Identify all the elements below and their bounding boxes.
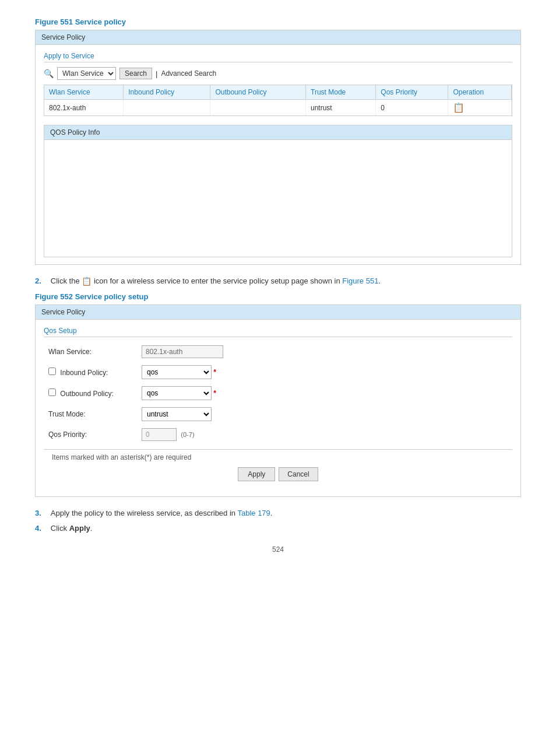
qos-policy-info-panel: QOS Policy Info [44, 125, 512, 257]
edit-icon[interactable]: 📋 [453, 103, 464, 113]
cell-outbound-policy [210, 100, 306, 116]
inbound-policy-value-cell: qos * [137, 362, 512, 383]
outbound-policy-row: Outbound Policy: qos * [44, 383, 512, 404]
step4-text: Click Apply. [51, 523, 93, 534]
inbound-policy-row: Inbound Policy: qos * [44, 362, 512, 383]
cell-inbound-policy [124, 100, 210, 116]
outbound-required-star: * [213, 389, 216, 397]
trust-mode-label: Trust Mode: [44, 404, 137, 425]
step3-container: 3. Apply the policy to the wireless serv… [35, 508, 521, 519]
qos-panel-body [44, 140, 512, 257]
qos-panel-header: QOS Policy Info [44, 125, 512, 140]
outbound-policy-value-cell: qos * [137, 383, 512, 404]
cell-qos-priority: 0 [376, 100, 448, 116]
wlan-service-select[interactable]: Wlan Service [57, 67, 116, 80]
step2-text: Click the 📋 icon for a wireless service … [51, 275, 381, 288]
table-row: 802.1x-auth untrust 0 📋 [44, 100, 512, 116]
figure551-link[interactable]: Figure 551 [342, 276, 378, 285]
search-button[interactable]: Search [119, 68, 152, 79]
inbound-required-star: * [213, 368, 216, 376]
outbound-policy-label-cell: Outbound Policy: [44, 383, 137, 404]
col-wlan-service: Wlan Service [44, 85, 124, 100]
figure552-panel: Service Policy Qos Setup Wlan Service: I… [35, 304, 521, 497]
col-operation: Operation [448, 85, 512, 100]
wlan-service-row: Wlan Service: [44, 342, 512, 362]
col-trust-mode: Trust Mode [306, 85, 376, 100]
cell-trust-mode: untrust [306, 100, 376, 116]
outbound-policy-select[interactable]: qos [142, 386, 212, 400]
step2-number: 2. [35, 275, 41, 287]
col-outbound-policy: Outbound Policy [210, 85, 306, 100]
qos-priority-label: Qos Priority: [44, 425, 137, 444]
step4-number: 4. [35, 523, 41, 534]
qos-priority-input[interactable] [142, 428, 177, 441]
cell-wlan-service: 802.1x-auth [44, 100, 124, 116]
cancel-button[interactable]: Cancel [279, 467, 318, 481]
trust-mode-row: Trust Mode: untrust [44, 404, 512, 425]
qos-form-table: Wlan Service: Inbound Policy: qos * [44, 342, 512, 444]
required-notes: Items marked with an asterisk(*) are req… [44, 453, 512, 461]
figure552-panel-header: Service Policy [36, 305, 520, 320]
trust-mode-select[interactable]: untrust [142, 407, 212, 421]
qos-priority-hint: (0-7) [181, 431, 194, 438]
qos-setup-label: Qos Setup [44, 327, 512, 337]
inbound-policy-label: Inbound Policy: [60, 369, 108, 377]
figure551-panel: Service Policy Apply to Service 🔍 Wlan S… [35, 30, 521, 265]
table179-link[interactable]: Table 179 [237, 509, 270, 517]
cell-operation[interactable]: 📋 [448, 100, 512, 116]
qos-priority-row: Qos Priority: (0-7) [44, 425, 512, 444]
step4-container: 4. Click Apply. [35, 523, 521, 534]
col-qos-priority: Qos Priority [376, 85, 448, 100]
trust-mode-value-cell: untrust [137, 404, 512, 425]
col-inbound-policy: Inbound Policy [124, 85, 210, 100]
apply-to-service-label: Apply to Service [44, 52, 512, 62]
service-table-container: Wlan Service Inbound Policy Outbound Pol… [44, 85, 512, 116]
service-table: Wlan Service Inbound Policy Outbound Pol… [44, 85, 512, 116]
step3-number: 3. [35, 508, 41, 519]
step2-edit-icon: 📋 [82, 276, 92, 286]
inbound-policy-checkbox[interactable] [48, 368, 56, 375]
page-number: 524 [35, 545, 521, 554]
figure551-title: Figure 551 Service policy [35, 18, 521, 26]
form-button-row: Apply Cancel [44, 467, 512, 481]
pipe-separator: | [156, 69, 157, 78]
outbound-policy-label: Outbound Policy: [60, 390, 113, 398]
apply-button[interactable]: Apply [238, 467, 275, 481]
step2-container: 2. Click the 📋 icon for a wireless servi… [35, 275, 521, 288]
figure551-panel-header: Service Policy [36, 30, 520, 45]
wlan-service-label: Wlan Service: [44, 342, 137, 362]
figure552-title: Figure 552 Service policy setup [35, 292, 521, 301]
wlan-service-value-cell [137, 342, 512, 362]
search-magnifier-icon: 🔍 [44, 69, 54, 78]
step4-bold: Apply [69, 524, 90, 533]
wlan-service-input [142, 345, 223, 358]
inbound-policy-label-cell: Inbound Policy: [44, 362, 137, 383]
qos-priority-value-cell: (0-7) [137, 425, 512, 444]
inbound-policy-select[interactable]: qos [142, 365, 212, 379]
step3-text: Apply the policy to the wireless service… [51, 508, 273, 519]
advanced-search-link[interactable]: Advanced Search [161, 69, 216, 78]
outbound-policy-checkbox[interactable] [48, 388, 56, 396]
